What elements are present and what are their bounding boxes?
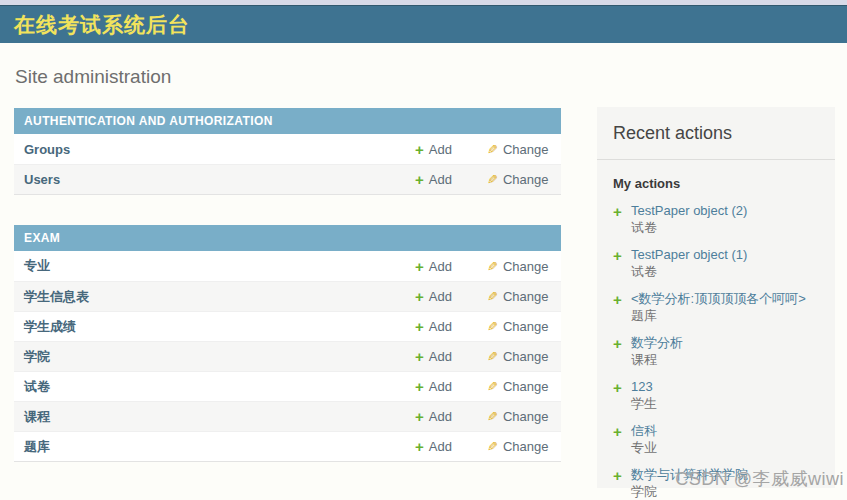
plus-icon: + — [613, 336, 622, 351]
model-row-major: 专业 + Add ✎ Change — [14, 251, 561, 281]
model-link-question-bank[interactable]: 题库 — [24, 438, 415, 456]
add-student-score-button[interactable]: + Add — [415, 319, 461, 334]
change-label: Change — [503, 172, 549, 187]
pencil-icon: ✎ — [487, 173, 498, 186]
plus-icon: + — [613, 424, 622, 439]
add-label: Add — [429, 379, 452, 394]
change-label: Change — [503, 319, 549, 334]
plus-icon: + — [415, 289, 424, 304]
recent-action-type: 试卷 — [631, 221, 835, 235]
model-row-course: 课程 + Add ✎ Change — [14, 401, 561, 431]
add-users-button[interactable]: + Add — [415, 172, 461, 187]
change-major-button[interactable]: ✎ Change — [487, 259, 549, 274]
model-link-users[interactable]: Users — [24, 172, 415, 187]
change-groups-button[interactable]: ✎ Change — [487, 142, 549, 157]
add-student-info-button[interactable]: + Add — [415, 289, 461, 304]
change-college-button[interactable]: ✎ Change — [487, 349, 549, 364]
pencil-icon: ✎ — [487, 410, 498, 423]
recent-action-item: + 123 学生 — [597, 380, 835, 411]
change-testpaper-button[interactable]: ✎ Change — [487, 379, 549, 394]
change-student-info-button[interactable]: ✎ Change — [487, 289, 549, 304]
model-row-users: Users + Add ✎ Change — [14, 164, 561, 194]
recent-action-type: 试卷 — [631, 265, 835, 279]
plus-icon: + — [613, 468, 622, 483]
recent-action-link[interactable]: TestPaper object (2) — [631, 204, 835, 218]
change-label: Change — [503, 379, 549, 394]
recent-actions-list: + TestPaper object (2) 试卷 + TestPaper ob… — [597, 204, 835, 499]
change-label: Change — [503, 142, 549, 157]
recent-action-type: 专业 — [631, 441, 835, 455]
recent-action-item: + <数学分析:顶顶顶顶各个呵呵> 题库 — [597, 292, 835, 323]
recent-action-type: 题库 — [631, 309, 835, 323]
add-label: Add — [429, 349, 452, 364]
model-link-course[interactable]: 课程 — [24, 408, 415, 426]
pencil-icon: ✎ — [487, 260, 498, 273]
recent-action-link[interactable]: TestPaper object (1) — [631, 248, 835, 262]
add-groups-button[interactable]: + Add — [415, 142, 461, 157]
panel-exam: EXAM 专业 + Add ✎ Change 学生信息表 + Add ✎ Cha… — [14, 225, 561, 462]
plus-icon: + — [415, 379, 424, 394]
panel-caption-authentication[interactable]: AUTHENTICATION AND AUTHORIZATION — [14, 108, 561, 134]
add-college-button[interactable]: + Add — [415, 349, 461, 364]
plus-icon: + — [415, 259, 424, 274]
recent-action-link[interactable]: <数学分析:顶顶顶顶各个呵呵> — [631, 292, 835, 306]
panel-caption-exam[interactable]: EXAM — [14, 225, 561, 251]
recent-actions-panel: Recent actions My actions + TestPaper ob… — [597, 107, 835, 488]
add-testpaper-button[interactable]: + Add — [415, 379, 461, 394]
model-row-groups: Groups + Add ✎ Change — [14, 134, 561, 164]
change-course-button[interactable]: ✎ Change — [487, 409, 549, 424]
pencil-icon: ✎ — [487, 290, 498, 303]
plus-icon: + — [415, 172, 424, 187]
change-label: Change — [503, 409, 549, 424]
site-title-link[interactable]: 在线考试系统后台 — [14, 11, 190, 39]
model-link-student-score[interactable]: 学生成绩 — [24, 318, 415, 336]
add-label: Add — [429, 172, 452, 187]
recent-actions-title: Recent actions — [597, 107, 835, 160]
change-question-bank-button[interactable]: ✎ Change — [487, 439, 549, 454]
add-label: Add — [429, 409, 452, 424]
model-row-student-info: 学生信息表 + Add ✎ Change — [14, 281, 561, 311]
change-label: Change — [503, 259, 549, 274]
add-label: Add — [429, 259, 452, 274]
model-link-groups[interactable]: Groups — [24, 142, 415, 157]
plus-icon: + — [415, 319, 424, 334]
change-users-button[interactable]: ✎ Change — [487, 172, 549, 187]
add-label: Add — [429, 319, 452, 334]
recent-action-item: + 数学分析 课程 — [597, 336, 835, 367]
model-row-question-bank: 题库 + Add ✎ Change — [14, 431, 561, 461]
pencil-icon: ✎ — [487, 380, 498, 393]
plus-icon: + — [613, 292, 622, 307]
my-actions-heading: My actions — [613, 176, 819, 191]
pencil-icon: ✎ — [487, 350, 498, 363]
recent-action-item: + TestPaper object (2) 试卷 — [597, 204, 835, 235]
app-header: 在线考试系统后台 — [0, 5, 847, 43]
model-link-student-info[interactable]: 学生信息表 — [24, 288, 415, 306]
model-row-student-score: 学生成绩 + Add ✎ Change — [14, 311, 561, 341]
add-course-button[interactable]: + Add — [415, 409, 461, 424]
add-label: Add — [429, 142, 452, 157]
pencil-icon: ✎ — [487, 440, 498, 453]
pencil-icon: ✎ — [487, 320, 498, 333]
plus-icon: + — [415, 409, 424, 424]
model-link-college[interactable]: 学院 — [24, 348, 415, 366]
change-student-score-button[interactable]: ✎ Change — [487, 319, 549, 334]
recent-action-link[interactable]: 123 — [631, 380, 835, 394]
plus-icon: + — [613, 380, 622, 395]
recent-action-item: + 信科 专业 — [597, 424, 835, 455]
page-title: Site administration — [15, 66, 171, 88]
add-label: Add — [429, 439, 452, 454]
recent-action-link[interactable]: 信科 — [631, 424, 835, 438]
model-link-major[interactable]: 专业 — [24, 257, 415, 275]
add-question-bank-button[interactable]: + Add — [415, 439, 461, 454]
plus-icon: + — [415, 349, 424, 364]
add-major-button[interactable]: + Add — [415, 259, 461, 274]
recent-action-type: 课程 — [631, 353, 835, 367]
recent-action-link[interactable]: 数学分析 — [631, 336, 835, 350]
recent-action-item: + TestPaper object (1) 试卷 — [597, 248, 835, 279]
change-label: Change — [503, 289, 549, 304]
recent-action-type: 学生 — [631, 397, 835, 411]
change-label: Change — [503, 349, 549, 364]
plus-icon: + — [415, 142, 424, 157]
plus-icon: + — [613, 248, 622, 263]
model-link-testpaper[interactable]: 试卷 — [24, 378, 415, 396]
